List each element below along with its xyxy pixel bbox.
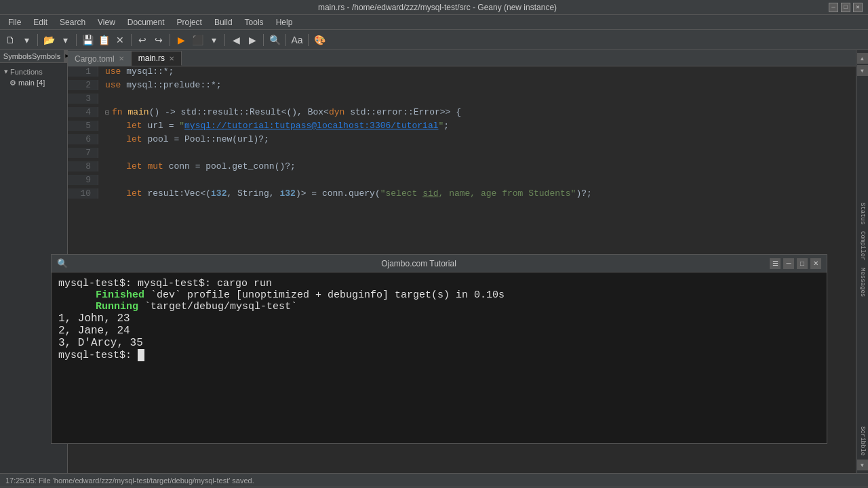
code-line-7: 7: [68, 148, 856, 161]
new-file-button[interactable]: 🗋: [3, 33, 18, 47]
color-button[interactable]: 🎨: [312, 33, 327, 47]
scribble-label[interactable]: Scribble: [859, 424, 866, 458]
close-button[interactable]: ✕: [853, 3, 863, 12]
tab-label-cargo: Cargo.toml: [75, 54, 115, 64]
tab-bar: Cargo.toml ✕ main.rs ✕: [68, 50, 856, 66]
open-button[interactable]: 📂: [41, 33, 56, 47]
run-button[interactable]: ▶: [174, 33, 189, 47]
menu-search[interactable]: Search: [54, 16, 91, 28]
terminal-close-button[interactable]: ✕: [810, 258, 821, 269]
line-content-2[interactable]: use mysql::prelude::*;: [98, 80, 222, 90]
save-button[interactable]: 💾: [80, 33, 95, 47]
menu-tools[interactable]: Tools: [239, 16, 269, 28]
line-num-7: 7: [68, 148, 98, 158]
open-dropdown[interactable]: ▾: [58, 33, 73, 47]
line-content-7[interactable]: [98, 148, 111, 158]
code-line-1: 1 use mysql::*;: [68, 66, 856, 80]
scroll-down-button[interactable]: ▼: [857, 65, 868, 76]
fold-marker-4[interactable]: ⊟: [105, 109, 112, 117]
terminal-running-text: `target/debug/mysql-test`: [144, 301, 297, 312]
tab-cargo-toml[interactable]: Cargo.toml ✕: [68, 51, 132, 66]
toolbar-dropdown[interactable]: ▾: [19, 33, 34, 47]
line-content-6[interactable]: let pool = Pool::new(url)?;: [98, 134, 269, 144]
line-content-10[interactable]: let result:Vec<(i32, String, i32)> = con…: [98, 188, 592, 199]
stop-button[interactable]: ⬛: [190, 33, 205, 47]
terminal-maximize-button[interactable]: □: [797, 258, 808, 269]
menu-build[interactable]: Build: [209, 16, 238, 28]
menu-file[interactable]: File: [3, 16, 26, 28]
titlebar: main.rs - /home/edward/zzz/mysql-test/sr…: [0, 0, 868, 15]
titlebar-controls[interactable]: ─ □ ✕: [829, 3, 863, 12]
close-tab-button[interactable]: ✕: [113, 33, 127, 47]
terminal-title: Ojambo.com Tutorial: [68, 259, 770, 268]
terminal-minimize-button[interactable]: ─: [783, 258, 794, 269]
terminal-line-cmd: mysql-test$: mysql-test$: cargo run: [58, 278, 820, 289]
terminal-search-button[interactable]: 🔍: [57, 258, 68, 269]
line-content-8[interactable]: let mut conn = pool.get_conn()?;: [98, 161, 296, 171]
compiler-label[interactable]: Compiler: [859, 228, 866, 263]
line-num-3: 3: [68, 94, 98, 104]
terminal-body[interactable]: mysql-test$: mysql-test$: cargo run Fini…: [52, 272, 827, 443]
menu-edit[interactable]: Edit: [28, 16, 53, 28]
line-num-2: 2: [68, 80, 98, 90]
tab-symbols[interactable]: SymbolsSymbols: [0, 50, 64, 62]
redo-button[interactable]: ↪: [151, 33, 166, 47]
terminal-finished-text: `dev` profile [unoptimized + debuginfo] …: [151, 289, 505, 301]
bottom-notification: 17:25:05: File 'home/edward/zzz/mysql-te…: [0, 473, 868, 487]
panel-chevron-down[interactable]: ▼: [857, 460, 868, 470]
notification-text: 17:25:05: File 'home/edward/zzz/mysql-te…: [5, 476, 254, 485]
terminal-prompt-2: mysql-test$:: [58, 350, 138, 361]
toolbar: 🗋 ▾ 📂 ▾ 💾 📋 ✕ ↩ ↪ ▶ ⬛ ▾ ◀ ▶ 🔍 Aa 🎨: [0, 30, 868, 50]
terminal-prompt-1: mysql-test$:: [58, 278, 138, 289]
terminal-cursor: [138, 349, 144, 361]
line-num-4: 4: [68, 107, 98, 117]
tab-main-rs[interactable]: main.rs ✕: [132, 51, 182, 66]
line-content-4[interactable]: ⊟fn main() -> std::result::Result<(), Bo…: [98, 107, 461, 117]
sidebar-item-main[interactable]: ⚙ main [4]: [1, 77, 66, 89]
code-line-2: 2 use mysql::prelude::*;: [68, 80, 856, 94]
maximize-button[interactable]: □: [841, 3, 850, 12]
toolbar-sep-5: [224, 34, 225, 46]
function-icon: ⚙: [9, 79, 16, 87]
terminal-data-row-1: 1, John, 23: [58, 312, 820, 325]
sidebar-section-label: Functions: [10, 68, 43, 76]
terminal-controls[interactable]: ☰ ─ □ ✕: [770, 258, 821, 269]
line-num-9: 9: [68, 175, 98, 185]
sidebar-tab-arrow[interactable]: ▸: [64, 50, 67, 62]
line-content-3[interactable]: [98, 94, 111, 104]
code-line-4: 4 ⊟fn main() -> std::result::Result<(), …: [68, 107, 856, 121]
tab-close-main[interactable]: ✕: [169, 55, 174, 62]
menu-document[interactable]: Document: [122, 16, 170, 28]
messages-label[interactable]: Messages: [859, 265, 866, 300]
menubar: File Edit Search View Document Project B…: [0, 15, 868, 30]
terminal-data-row-3: 3, D'Arcy, 35: [58, 337, 820, 349]
zoom-in-button[interactable]: 🔍: [267, 33, 282, 47]
next-button[interactable]: ▶: [245, 33, 260, 47]
tab-close-cargo[interactable]: ✕: [119, 55, 124, 62]
line-num-8: 8: [68, 161, 98, 171]
scroll-up-button[interactable]: ▲: [857, 53, 868, 64]
right-panel: ▲ ▼ Status Compiler Messages Scribble ▼: [856, 50, 868, 473]
line-content-9[interactable]: [98, 175, 111, 185]
toolbar-sep-6: [263, 34, 264, 46]
status-label[interactable]: Status: [859, 200, 866, 227]
code-line-5: 5 let url = "mysql://tutorial:tutpass@lo…: [68, 121, 856, 134]
line-content-1[interactable]: use mysql::*;: [98, 66, 174, 77]
prev-button[interactable]: ◀: [229, 33, 243, 47]
menu-project[interactable]: Project: [172, 16, 208, 28]
menu-help[interactable]: Help: [271, 16, 298, 28]
titlebar-title: main.rs - /home/edward/zzz/mysql-test/sr…: [46, 3, 829, 12]
minimize-button[interactable]: ─: [829, 3, 838, 12]
save-session[interactable]: 📋: [96, 33, 111, 47]
sidebar-section-functions[interactable]: ▾ Functions: [1, 66, 66, 77]
build-btn-2[interactable]: ▾: [206, 33, 221, 47]
terminal-menu-button[interactable]: ☰: [770, 258, 781, 269]
undo-button[interactable]: ↩: [135, 33, 150, 47]
line-content-5[interactable]: let url = "mysql://tutorial:tutpass@loca…: [98, 121, 449, 131]
terminal-line-prompt2: mysql-test$:: [58, 349, 820, 361]
spell-button[interactable]: Aa: [290, 33, 304, 47]
code-line-10: 10 let result:Vec<(i32, String, i32)> = …: [68, 188, 856, 202]
toolbar-sep-8: [308, 34, 309, 46]
menu-view[interactable]: View: [92, 16, 121, 28]
terminal-line-finished: Finished `dev` profile [unoptimized + de…: [58, 289, 820, 301]
